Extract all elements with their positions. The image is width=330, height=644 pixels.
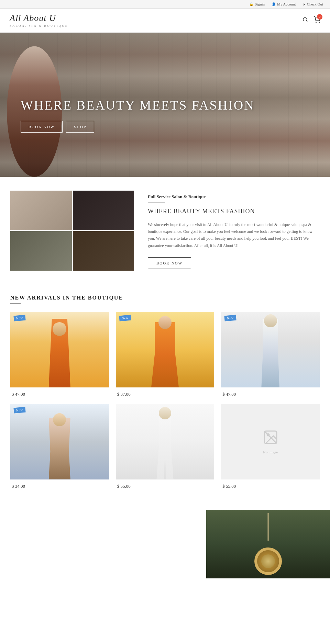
promo-image	[206, 510, 330, 578]
promo-section	[0, 510, 330, 578]
my-account-link[interactable]: My Account	[272, 2, 296, 6]
product-card-3[interactable]: New $ 47.00	[221, 312, 320, 397]
search-button[interactable]	[302, 17, 308, 24]
svg-point-3	[319, 22, 320, 22]
no-image-text: No image	[263, 450, 278, 454]
product-image-1: New	[10, 312, 109, 387]
salon-divider	[148, 202, 165, 203]
product-card-4[interactable]: New $ 34.00	[10, 404, 109, 489]
product-price-3: $ 47.00	[221, 392, 320, 397]
product-card-1[interactable]: New $ 47.00	[10, 312, 109, 397]
product-price-5: $ 55.00	[116, 484, 214, 489]
product-image-6: No image	[221, 404, 320, 479]
svg-point-2	[316, 22, 317, 22]
salon-heading: WHERE BEAUTY MEETS FASHION	[148, 208, 320, 215]
my-account-label: My Account	[277, 2, 296, 6]
product-price-1: $ 47.00	[10, 392, 109, 397]
product-card-5[interactable]: $ 55.00	[116, 404, 214, 489]
salon-image-3	[10, 231, 72, 271]
header-icons: 0	[302, 16, 320, 25]
product-price-4: $ 34.00	[10, 484, 109, 489]
product-card-2[interactable]: New $ 37.00	[116, 312, 214, 397]
necklace-pendant	[254, 547, 282, 575]
hero-banner: WHERE BEAUTY MEETS FASHION BOOK NOW SHOP	[0, 33, 330, 177]
svg-line-1	[306, 21, 307, 22]
product-card-6[interactable]: No image $ 55.00	[221, 404, 320, 489]
product-image-3: New	[221, 312, 320, 387]
salon-image-1	[10, 191, 72, 230]
logo[interactable]: All About U SALON, SPA & BOUTIQUE	[10, 13, 68, 27]
salon-book-button[interactable]: BOOK NOW	[148, 257, 191, 269]
product-image-2: New	[116, 312, 214, 387]
salon-text: Full Service Salon & Boutique WHERE BEAU…	[148, 191, 320, 271]
book-now-button[interactable]: BOOK NOW	[21, 121, 63, 133]
product-price-6: $ 55.00	[221, 484, 320, 489]
hero-buttons: BOOK NOW SHOP	[21, 121, 255, 133]
header: All About U SALON, SPA & BOUTIQUE 0	[0, 9, 330, 33]
hero-title: WHERE BEAUTY MEETS FASHION	[21, 98, 255, 113]
shop-button[interactable]: SHOP	[66, 121, 94, 133]
products-grid: New $ 47.00 New $ 37.00 New $ 47.00	[10, 312, 320, 489]
promo-empty	[0, 510, 206, 578]
checkout-link[interactable]: Check Out	[303, 2, 323, 6]
product-price-2: $ 37.00	[116, 392, 214, 397]
signin-label: Signin	[255, 2, 265, 6]
new-badge-3: New	[224, 315, 236, 321]
checkout-label: Check Out	[307, 2, 323, 6]
salon-image-2	[73, 191, 134, 230]
cart-count: 0	[317, 14, 322, 20]
user-icon	[272, 2, 276, 6]
logo-name: All About U	[10, 13, 68, 23]
arrivals-divider	[10, 303, 21, 304]
signin-link[interactable]: Signin	[249, 2, 265, 6]
necklace-chain	[268, 513, 269, 541]
logo-sub: SALON, SPA & BOUTIQUE	[10, 24, 68, 27]
arrivals-title: NEW ARRIVALS IN THE BOUTIQUE	[10, 295, 320, 301]
arrow-icon	[303, 2, 306, 6]
top-bar: Signin My Account Check Out	[0, 0, 330, 9]
salon-subtitle: Full Service Salon & Boutique	[148, 194, 320, 200]
product-image-4: New	[10, 404, 109, 479]
new-badge-4: New	[13, 407, 25, 413]
cart-button[interactable]: 0	[314, 16, 320, 25]
product-image-5	[116, 404, 214, 479]
svg-point-0	[303, 18, 307, 21]
new-badge-2: New	[119, 315, 131, 321]
salon-section: Full Service Salon & Boutique WHERE BEAU…	[0, 177, 330, 284]
lock-icon	[249, 2, 253, 6]
salon-body: We sincerely hope that your visit to All…	[148, 221, 320, 249]
arrivals-section: NEW ARRIVALS IN THE BOUTIQUE New $ 47.00…	[0, 284, 330, 503]
hero-content: WHERE BEAUTY MEETS FASHION BOOK NOW SHOP	[0, 98, 255, 133]
no-image-icon	[262, 429, 279, 449]
salon-images	[10, 191, 134, 271]
salon-image-4	[73, 231, 134, 271]
new-badge-1: New	[13, 315, 25, 321]
